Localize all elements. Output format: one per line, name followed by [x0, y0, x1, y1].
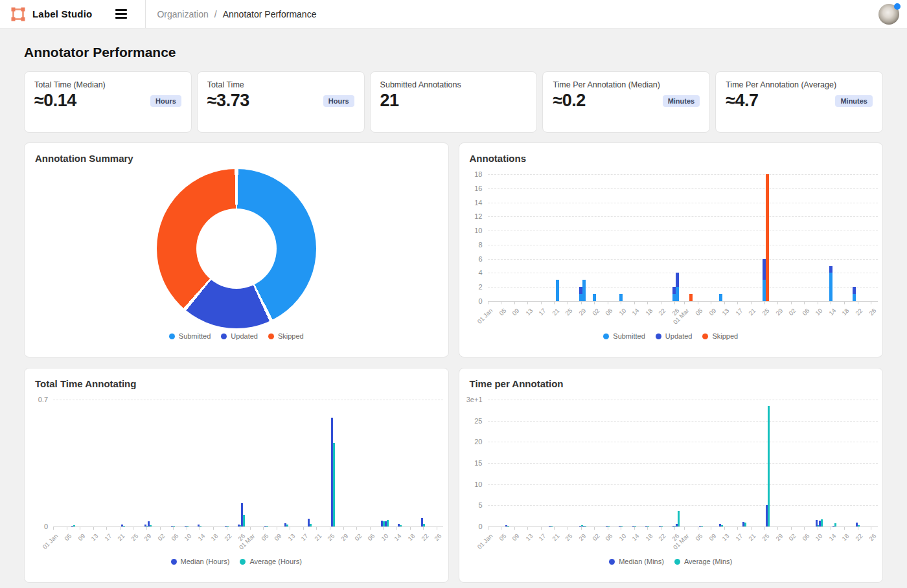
bar-average — [333, 443, 335, 526]
legend-item: Average (Hours) — [240, 558, 302, 565]
bar-average — [647, 526, 649, 526]
gridline — [488, 216, 878, 217]
bar-average — [423, 524, 425, 526]
x-axis-tick — [501, 302, 501, 304]
gridline — [488, 287, 878, 288]
x-axis-tick — [93, 527, 94, 530]
x-axis-tick — [751, 527, 752, 530]
legend-label: Updated — [231, 332, 258, 340]
stat-label: Total Time — [207, 80, 354, 89]
bar-skipped — [689, 294, 693, 301]
x-axis-tick — [684, 527, 685, 530]
x-axis-tick — [608, 302, 608, 304]
x-axis-tick — [263, 527, 264, 530]
x-axis-tick — [634, 527, 635, 530]
x-axis-tick — [343, 527, 344, 530]
y-axis-label: 10 — [461, 227, 483, 234]
x-axis-tick — [737, 302, 738, 304]
annotations-bar-chart: 02468101214161801 Jan0509131721252902061… — [459, 143, 883, 357]
legend-label: Median (Hours) — [181, 558, 230, 565]
bar-submitted — [676, 287, 679, 301]
x-axis-tick — [621, 527, 621, 530]
bar-updated — [853, 287, 856, 294]
donut-ring — [157, 169, 316, 328]
x-axis-tick — [330, 527, 330, 530]
x-axis-tick — [240, 527, 240, 530]
x-axis-label-text: 21 — [747, 532, 757, 542]
x-axis-tick — [514, 527, 515, 530]
x-axis-label-text: 21 — [313, 532, 323, 542]
y-axis-label: 0.7 — [26, 396, 48, 403]
legend-dot-icon — [221, 334, 227, 339]
breadcrumb-separator: / — [214, 9, 217, 19]
x-axis-label-text: 22 — [854, 532, 864, 542]
x-axis-label-text: 05 — [260, 532, 270, 542]
x-axis-label-text: 06 — [366, 532, 376, 542]
bar-average — [744, 523, 746, 526]
bar-average — [310, 524, 312, 526]
x-axis-label-text: 21 — [747, 307, 757, 317]
stat-card-total-time-median: Total Time (Median) ≈0.14Hours — [24, 71, 192, 133]
x-axis-tick — [751, 302, 752, 304]
gridline — [53, 526, 443, 527]
x-axis-tick — [316, 527, 317, 530]
chart-title: Time per Annotation — [470, 378, 564, 389]
main-content: Annotator Performance Total Time (Median… — [0, 45, 907, 588]
x-axis-label-text: 10 — [183, 532, 192, 542]
x-axis-tick — [160, 527, 161, 530]
x-axis-tick — [527, 302, 528, 304]
x-axis-tick — [423, 527, 424, 530]
y-axis-label: 0 — [26, 523, 48, 530]
annotation-summary-card: Annotation Summary SubmittedUpdatedSkipp… — [24, 142, 449, 357]
legend-item: Median (Hours) — [171, 558, 230, 565]
bar-average — [701, 526, 703, 526]
x-axis-tick — [674, 302, 675, 304]
user-avatar[interactable] — [878, 4, 899, 25]
x-axis-tick — [608, 527, 608, 530]
legend-label: Skipped — [712, 332, 738, 340]
x-axis-tick — [777, 527, 778, 530]
gridline — [488, 174, 878, 175]
x-axis-label-text: 06 — [170, 532, 179, 542]
y-axis-label: 0 — [461, 297, 483, 305]
x-axis-label-text: 13 — [524, 307, 534, 317]
x-axis-tick — [831, 302, 831, 304]
stat-value: ≈4.7 — [726, 91, 758, 111]
x-axis-label-text: 05 — [694, 532, 704, 542]
legend-dot-icon — [171, 559, 177, 565]
bar-average — [286, 525, 288, 526]
x-axis-tick — [674, 527, 675, 530]
legend-item: Median (Mins) — [609, 558, 664, 565]
x-axis-tick — [831, 527, 831, 530]
gridline — [53, 400, 443, 400]
x-axis-tick — [488, 302, 488, 304]
bar-average — [661, 526, 663, 526]
x-axis-tick — [791, 527, 792, 530]
menu-toggle-button[interactable] — [113, 6, 130, 21]
bar-average — [768, 406, 770, 526]
breadcrumb-current: Annotator Performance — [223, 9, 317, 19]
y-axis-label: 5 — [461, 501, 483, 509]
time-per-annotation-bar-chart: 05101520253e+101 Jan05091317212529020610… — [459, 368, 883, 582]
bar-updated — [676, 273, 679, 287]
x-axis-label-text: 22 — [223, 532, 233, 542]
x-axis-tick — [488, 527, 488, 530]
y-axis-label: 20 — [461, 438, 483, 446]
x-axis-tick — [250, 527, 251, 530]
bar-average — [387, 520, 389, 526]
x-axis-tick — [581, 302, 582, 304]
y-axis-label: 14 — [461, 199, 483, 207]
label-studio-logo-icon — [10, 6, 26, 22]
x-axis-tick — [173, 527, 174, 530]
total-time-annotating-card: Total Time Annotating 00.701 Jan05091317… — [24, 368, 449, 583]
x-axis-tick — [804, 527, 805, 530]
x-axis-label-text: 17 — [734, 307, 744, 317]
x-axis-tick — [227, 527, 227, 530]
breadcrumb-organization[interactable]: Organization — [157, 9, 208, 19]
x-axis-label-text: 25 — [327, 532, 336, 542]
x-axis-label-text: 14 — [827, 532, 837, 542]
x-axis-label-text: 26 — [867, 532, 877, 542]
x-axis-tick — [554, 302, 555, 304]
y-axis-label: 6 — [461, 255, 483, 263]
chart-title: Annotations — [470, 153, 527, 164]
